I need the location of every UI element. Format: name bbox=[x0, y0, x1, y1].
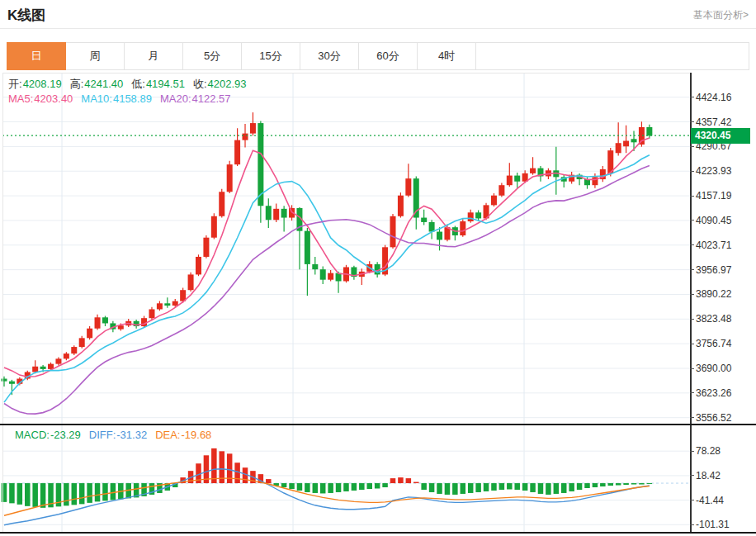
macd-row-item: DIFF:-31.32 bbox=[89, 429, 147, 441]
axis-tick-mark bbox=[690, 196, 694, 197]
ohlc-row-item: 开:4208.19 bbox=[8, 78, 62, 90]
y-axis-tick: 3890.22 bbox=[696, 288, 731, 300]
axis-tick-mark bbox=[690, 146, 694, 147]
axis-tick-mark bbox=[690, 417, 694, 418]
y-axis-tick: 4223.93 bbox=[696, 165, 731, 177]
macd-readout: MACD:-23.29DIFF:-31.32DEA:-19.68 bbox=[15, 429, 220, 441]
chart-top-border bbox=[2, 73, 690, 74]
ma-readout: MA5:4203.40MA10:4158.89MA20:4122.57 bbox=[8, 92, 239, 105]
tab-bar: 日周月5分15分30分60分4时 bbox=[7, 42, 749, 70]
y-axis-tick: 3623.26 bbox=[696, 387, 731, 399]
axis-tick-mark bbox=[690, 344, 694, 344]
chart-area: 开:4208.19高:4241.40低:4194.51收:4202.93 MA5… bbox=[0, 73, 756, 536]
axis-tick-mark bbox=[690, 500, 694, 500]
axis-tick-mark bbox=[690, 269, 694, 270]
y-axis-tick: 3690.00 bbox=[696, 363, 731, 374]
tab-5分[interactable]: 5分 bbox=[183, 42, 242, 70]
macd-row-item: DEA:-19.68 bbox=[155, 429, 211, 441]
y-axis-tick: 4023.71 bbox=[696, 240, 731, 251]
main-chart[interactable] bbox=[0, 73, 690, 425]
axis-tick-mark bbox=[690, 171, 694, 172]
ohlc-row-item: 收:4202.93 bbox=[193, 78, 247, 90]
analysis-link[interactable]: 基本面分析> bbox=[693, 8, 749, 22]
axis-tick-mark bbox=[690, 524, 694, 525]
tab-4时[interactable]: 4时 bbox=[418, 42, 476, 70]
axis-tick-mark bbox=[690, 319, 694, 320]
y-axis-tick: 18.42 bbox=[696, 470, 721, 481]
tab-15分[interactable]: 15分 bbox=[242, 42, 300, 70]
ohlc-row-item: 低:4194.51 bbox=[131, 78, 185, 90]
macd-row-item: MACD:-23.29 bbox=[15, 429, 81, 441]
y-axis-tick: 3823.48 bbox=[696, 313, 731, 325]
ma-row-item: MA10:4158.89 bbox=[81, 92, 152, 105]
tab-日[interactable]: 日 bbox=[7, 42, 66, 70]
chart-left-border bbox=[2, 73, 3, 532]
ma-row-item: MA5:4203.40 bbox=[8, 92, 73, 105]
axis-tick-mark bbox=[690, 451, 694, 452]
axis-tick-mark bbox=[690, 220, 694, 221]
axis-tick-mark bbox=[690, 475, 694, 476]
y-axis-tick: 3556.52 bbox=[696, 412, 731, 424]
bottom-border bbox=[0, 532, 756, 534]
y-axis-tick: -41.44 bbox=[696, 495, 724, 506]
axis-tick-mark bbox=[690, 368, 694, 369]
page-title: K线图 bbox=[7, 6, 45, 25]
y-axis-tick: 4090.45 bbox=[696, 215, 731, 226]
ma-row-item: MA20:4122.57 bbox=[160, 92, 231, 105]
ohlc-row-item: 高:4241.40 bbox=[70, 78, 124, 90]
y-axis-tick: 3956.97 bbox=[696, 264, 731, 276]
y-axis-tick: 4357.42 bbox=[696, 116, 731, 128]
axis-tick-mark bbox=[690, 244, 694, 245]
axis-tick-mark bbox=[690, 294, 694, 295]
ohlc-readout: 开:4208.19高:4241.40低:4194.51收:4202.93 bbox=[8, 77, 255, 92]
y-axis-tick: 3756.74 bbox=[696, 338, 731, 349]
tab-bar-filler bbox=[476, 42, 749, 70]
y-axis-tick: 78.28 bbox=[696, 445, 721, 457]
tab-30分[interactable]: 30分 bbox=[300, 42, 359, 70]
tab-60分[interactable]: 60分 bbox=[359, 42, 418, 70]
y-axis-tick: 4424.16 bbox=[696, 92, 731, 103]
axis-tick-mark bbox=[690, 392, 694, 393]
y-axis-tick: -101.31 bbox=[696, 519, 730, 530]
kline-app: K线图 基本面分析> 日周月5分15分30分60分4时 开:4208.19高:4… bbox=[0, 0, 756, 536]
axis-tick-mark bbox=[690, 121, 694, 122]
y-axis-tick: 4157.19 bbox=[696, 190, 731, 202]
header-divider bbox=[0, 28, 756, 29]
axis-tick-mark bbox=[690, 97, 694, 97]
panel-separator bbox=[0, 424, 756, 425]
current-price-marker: 4320.45 bbox=[691, 128, 750, 144]
tab-月[interactable]: 月 bbox=[125, 42, 183, 70]
tab-周[interactable]: 周 bbox=[66, 42, 125, 70]
